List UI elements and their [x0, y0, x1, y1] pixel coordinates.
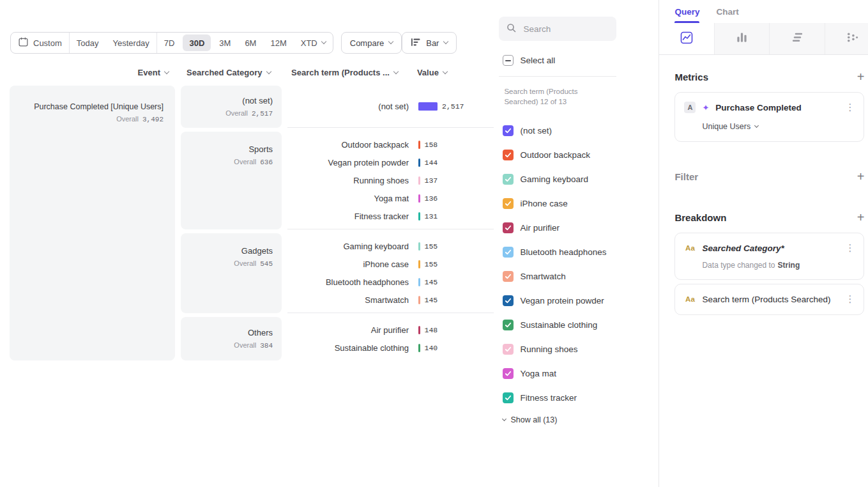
search-term-label: Air purifier	[287, 325, 409, 335]
breakdown-card[interactable]: Aa Search term (Products Searched) ⋮	[674, 284, 864, 315]
select-all-row[interactable]: Select all	[499, 55, 659, 66]
checkbox-checked-icon[interactable]	[503, 368, 514, 379]
checkbox-checked-icon[interactable]	[503, 392, 514, 403]
breakdown-card[interactable]: Aa Searched Category* ⋮ Data type change…	[674, 233, 864, 280]
value-bar[interactable]	[418, 296, 420, 304]
show-all-button[interactable]: Show all (13)	[499, 415, 659, 424]
category-cell[interactable]: Gadgets Overall545	[181, 233, 282, 313]
checkbox-checked-icon[interactable]	[503, 320, 514, 330]
event-cell[interactable]: Purchase Completed [Unique Users] Overal…	[10, 86, 175, 360]
value-bar[interactable]	[418, 102, 438, 111]
checkbox-checked-icon[interactable]	[503, 198, 514, 209]
table-row[interactable]: Running shoes 137	[287, 171, 494, 189]
add-filter-button[interactable]: +	[857, 170, 865, 183]
search-box[interactable]	[499, 17, 616, 41]
add-breakdown-button[interactable]: +	[857, 211, 865, 224]
checkbox-checked-icon[interactable]	[503, 174, 514, 185]
tab-chart[interactable]: Chart	[716, 0, 738, 23]
metric-card[interactable]: A ✦ Purchase Completed ⋮ Unique Users	[674, 92, 864, 142]
table-row[interactable]: Yoga mat 136	[287, 189, 494, 207]
filter-item[interactable]: Gaming keyboard	[499, 167, 659, 191]
tab-insights-chart[interactable]	[659, 23, 715, 54]
measure-dropdown[interactable]: Unique Users	[702, 122, 758, 131]
checkbox-checked-icon[interactable]	[503, 125, 514, 136]
value-bar[interactable]	[418, 194, 420, 203]
filter-item[interactable]: Bluetooth headphones	[499, 240, 659, 264]
column-header-event[interactable]: Event	[10, 68, 175, 77]
filter-item[interactable]: iPhone case	[499, 191, 659, 215]
value-cell: 155	[418, 260, 438, 268]
date-range-xtd[interactable]: XTD	[294, 33, 333, 53]
checkbox-checked-icon[interactable]	[503, 271, 514, 282]
value-cell: 137	[418, 176, 438, 185]
category-cell[interactable]: (not set) Overall2,517	[181, 86, 282, 128]
tab-flows-chart[interactable]	[825, 23, 868, 54]
checkbox-checked-icon[interactable]	[503, 222, 514, 233]
chart-type-button[interactable]: Bar	[402, 32, 457, 54]
column-header-category[interactable]: Searched Category	[181, 68, 282, 77]
column-header-search-term[interactable]: Search term (Products ...	[287, 68, 398, 77]
checkbox-checked-icon[interactable]	[503, 247, 514, 258]
kebab-menu-icon[interactable]: ⋮	[844, 293, 856, 305]
checkbox-checked-icon[interactable]	[503, 295, 514, 306]
column-header-value[interactable]: Value	[417, 68, 447, 77]
value-bar[interactable]	[418, 326, 420, 334]
compare-button[interactable]: Compare	[341, 32, 402, 54]
custom-label: Custom	[33, 38, 62, 48]
value-bar[interactable]	[418, 141, 420, 149]
filter-item[interactable]: Sustainable clothing	[499, 313, 659, 337]
checkbox-checked-icon[interactable]	[503, 150, 514, 160]
table-row[interactable]: Sustainable clothing 140	[287, 339, 494, 357]
value-bar[interactable]	[418, 278, 420, 286]
kebab-menu-icon[interactable]: ⋮	[844, 242, 856, 254]
value-bar[interactable]	[418, 260, 420, 268]
date-range-7d[interactable]: 7D	[157, 33, 182, 53]
add-metric-button[interactable]: +	[857, 70, 865, 83]
table-row[interactable]: Outdoor backpack 158	[287, 135, 494, 153]
category-cell[interactable]: Sports Overall636	[181, 132, 282, 229]
value-bar[interactable]	[418, 212, 420, 220]
filter-item[interactable]: Outdoor backpack	[499, 143, 659, 167]
table-row[interactable]: Fitness tracker 131	[287, 207, 494, 225]
table-row[interactable]: Bluetooth headphones 145	[287, 273, 494, 291]
date-range-12m[interactable]: 12M	[263, 33, 293, 53]
table-row[interactable]: Smartwatch 145	[287, 291, 494, 309]
value-bar[interactable]	[418, 158, 420, 167]
tab-retention-chart[interactable]	[770, 23, 825, 54]
date-range-today[interactable]: Today	[70, 33, 106, 53]
filter-item[interactable]: Running shoes	[499, 337, 659, 361]
search-term-label: Gaming keyboard	[287, 242, 409, 251]
custom-date-button[interactable]: Custom	[11, 33, 69, 53]
filter-item[interactable]: (not set)	[499, 118, 659, 143]
table-row[interactable]: Gaming keyboard 155	[287, 237, 494, 255]
filter-item[interactable]: Fitness tracker	[499, 385, 659, 410]
category-cell[interactable]: Others Overall384	[181, 317, 282, 360]
filter-item[interactable]: Smartwatch	[499, 264, 659, 288]
tab-bar-chart[interactable]	[715, 23, 770, 54]
table-row[interactable]: Vegan protein powder 144	[287, 153, 494, 171]
date-range-3m[interactable]: 3M	[212, 33, 238, 53]
value-bar[interactable]	[418, 176, 420, 185]
checkbox-checked-icon[interactable]	[503, 344, 514, 355]
date-range-30d[interactable]: 30D	[183, 35, 211, 51]
table-row[interactable]: (not set) 2,517	[287, 98, 494, 116]
flows-dots-icon	[846, 31, 858, 46]
search-input[interactable]	[522, 24, 606, 35]
kebab-menu-icon[interactable]: ⋮	[844, 102, 856, 113]
divider	[499, 76, 616, 77]
checkbox-indeterminate-icon[interactable]	[503, 55, 514, 66]
search-term-label: Smartwatch	[287, 295, 409, 305]
date-range-6m[interactable]: 6M	[238, 33, 263, 53]
filter-item[interactable]: Yoga mat	[499, 361, 659, 385]
value-bar[interactable]	[418, 344, 420, 352]
filter-item[interactable]: Vegan protein powder	[499, 288, 659, 313]
date-range-yesterday[interactable]: Yesterday	[106, 33, 156, 53]
filter-item-label: Outdoor backpack	[520, 150, 590, 160]
bar-chart-icon	[736, 31, 748, 46]
value-bar[interactable]	[418, 242, 420, 251]
filter-item[interactable]: Air purifier	[499, 215, 659, 240]
term-rows: Outdoor backpack 158 Vegan protein powde…	[287, 132, 494, 229]
table-row[interactable]: Air purifier 148	[287, 321, 494, 339]
table-row[interactable]: iPhone case 155	[287, 255, 494, 273]
tab-query[interactable]: Query	[674, 0, 699, 23]
